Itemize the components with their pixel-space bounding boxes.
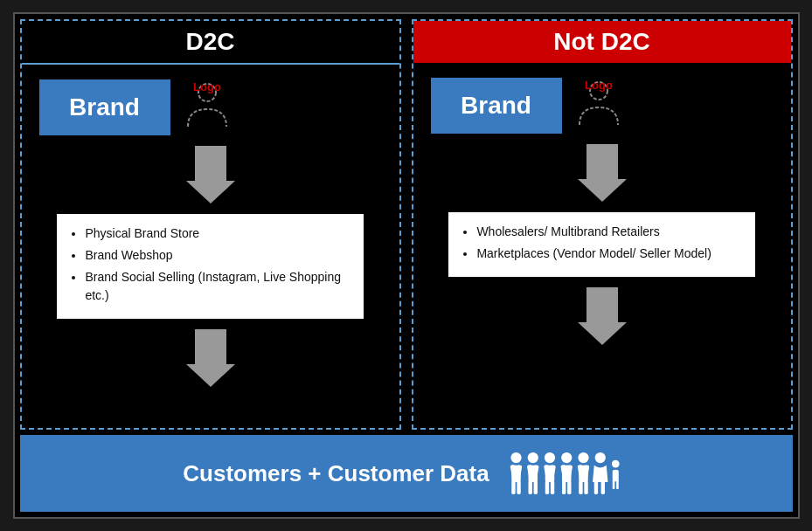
svg-rect-33 [593,480,597,494]
d2c-bullet-box: Physical Brand Store Brand Webshop Brand… [57,214,363,319]
not-d2c-body: Brand Logo Wholesalers/ Mul [413,63,791,428]
not-d2c-arrow-bottom [578,287,627,345]
not-d2c-brand-box: Brand [431,78,562,134]
not-d2c-bullet-1: Wholesalers/ Multibrand Retailers [476,223,742,241]
d2c-arrow-top [186,146,235,203]
bottom-bar: Customers + Customer Data [20,435,793,512]
svg-point-14 [545,452,555,463]
people-icon [507,447,629,500]
svg-rect-30 [579,480,582,494]
svg-point-2 [510,452,521,463]
not-d2c-bullet-box: Wholesalers/ Multibrand Retailers Market… [448,212,754,277]
d2c-bullet-3: Brand Social Selling (Instagram, Live Sh… [85,268,350,305]
svg-point-8 [527,452,538,463]
d2c-column: D2C Brand Logo [20,19,401,430]
svg-rect-12 [528,480,531,494]
not-d2c-logo-placeholder: Logo [571,77,628,134]
svg-rect-19 [551,480,554,494]
d2c-body: Brand Logo P [22,65,399,428]
svg-rect-31 [584,480,587,494]
svg-rect-38 [616,479,619,489]
svg-point-26 [578,452,588,463]
bottom-bar-text: Customers + Customer Data [183,460,489,487]
svg-rect-18 [545,480,548,494]
svg-point-35 [612,460,620,468]
d2c-header: D2C [22,21,399,65]
not-d2c-logo-text: Logo [585,79,613,92]
d2c-arrow-bottom [186,329,235,387]
not-d2c-brand-row: Brand Logo [422,72,782,139]
diagram-container: D2C Brand Logo [13,12,800,519]
svg-rect-25 [567,480,571,494]
svg-point-20 [561,452,572,463]
svg-rect-34 [600,480,604,494]
not-d2c-column: Not D2C Brand Logo [412,19,793,430]
svg-rect-7 [517,480,520,494]
svg-rect-36 [612,470,618,481]
svg-rect-6 [511,480,515,494]
d2c-brand-box: Brand [39,79,170,135]
not-d2c-arrow-top [578,144,627,202]
d2c-brand-row: Brand Logo [31,73,391,141]
svg-point-32 [594,452,605,463]
d2c-logo-placeholder: Logo [179,79,236,135]
svg-rect-24 [562,480,566,494]
not-d2c-header: Not D2C [413,21,791,63]
svg-rect-13 [533,480,537,494]
d2c-logo-text: Logo [193,80,221,93]
top-section: D2C Brand Logo [15,14,798,435]
d2c-bullet-1: Physical Brand Store [85,224,350,243]
d2c-bullet-2: Brand Webshop [85,246,350,265]
not-d2c-bullet-2: Marketplaces (Vendor Model/ Seller Model… [476,245,742,263]
svg-rect-37 [612,479,614,489]
